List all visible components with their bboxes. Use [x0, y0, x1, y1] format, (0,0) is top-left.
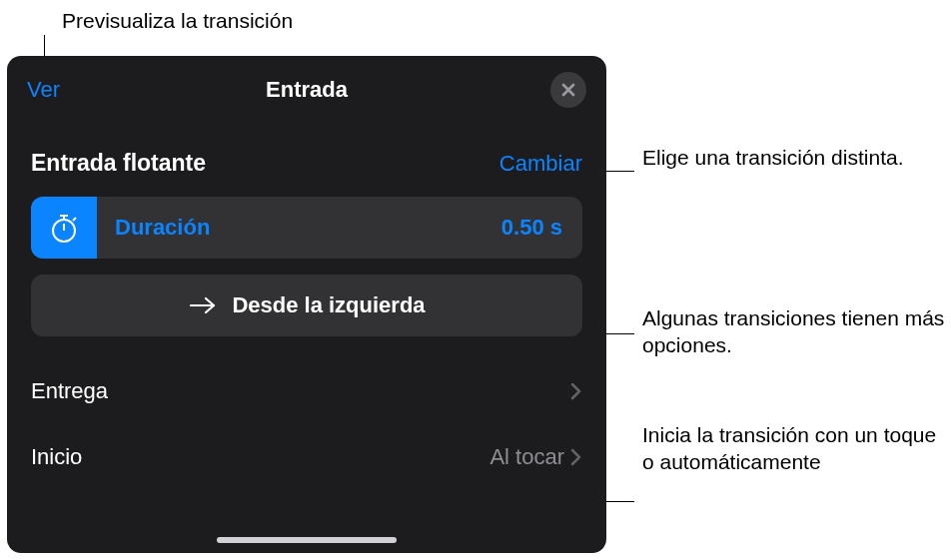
delivery-row[interactable]: Entrega: [7, 358, 606, 424]
stopwatch-icon: [47, 211, 81, 245]
delivery-label: Entrega: [31, 378, 108, 404]
transition-name: Entrada flotante: [31, 150, 206, 177]
callout-preview: Previsualiza la transición: [62, 7, 293, 34]
preview-button[interactable]: Ver: [27, 77, 60, 103]
close-button[interactable]: [550, 72, 586, 108]
start-label: Inicio: [31, 444, 82, 470]
svg-line-6: [73, 218, 76, 221]
delivery-value: [570, 381, 582, 401]
section-header: Entrada flotante Cambiar: [7, 122, 606, 191]
chevron-right-icon: [570, 447, 582, 467]
start-value-wrap: Al tocar: [489, 444, 582, 470]
close-icon: [560, 82, 576, 98]
start-value: Al tocar: [489, 444, 564, 470]
chevron-right-icon: [570, 381, 582, 401]
duration-row[interactable]: Duración 0.50 s: [31, 197, 582, 259]
arrow-right-icon: [188, 294, 218, 316]
callout-start: Inicia la transición con un toque o auto…: [642, 421, 951, 476]
list-rows: Entrega Inicio Al tocar: [7, 358, 606, 490]
home-indicator: [217, 537, 397, 543]
change-transition-button[interactable]: Cambiar: [499, 151, 582, 177]
direction-row[interactable]: Desde la izquierda: [31, 275, 582, 336]
direction-label: Desde la izquierda: [232, 292, 425, 318]
panel-title: Entrada: [266, 77, 348, 103]
duration-label: Duración: [97, 215, 501, 241]
panel-header: Ver Entrada: [7, 56, 606, 122]
transition-panel: Ver Entrada Entrada flotante Cambiar Dur…: [7, 56, 606, 553]
duration-value: 0.50 s: [501, 215, 582, 241]
start-row[interactable]: Inicio Al tocar: [7, 424, 606, 490]
timer-icon-box: [31, 197, 97, 259]
callout-options: Algunas transiciones tienen más opciones…: [642, 304, 951, 359]
callout-choose: Elige una transición distinta.: [642, 144, 904, 171]
